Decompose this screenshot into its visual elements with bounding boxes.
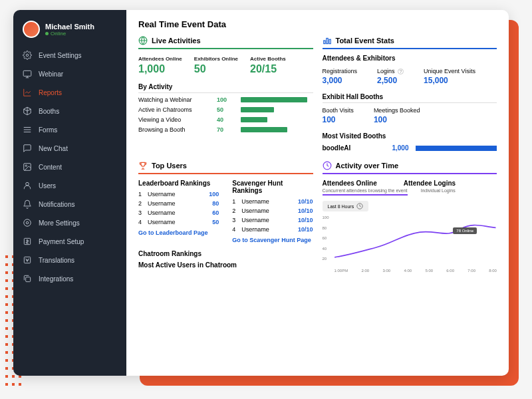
svg-point-5 [26,221,29,224]
nav-booths[interactable]: Booths [13,102,126,120]
svg-rect-12 [326,39,327,44]
live-stat: Exhibitors Online50 [194,56,238,75]
svg-rect-9 [26,277,31,282]
scavenger-title: Scavenger Hunt Rankings [232,180,313,194]
cube-icon [23,106,32,116]
bar-chart-icon [323,36,332,45]
profile-status: Online [45,31,94,37]
nav-translations[interactable]: Translations [13,251,126,269]
svg-rect-13 [329,39,330,43]
page-title: Real Time Event Data [138,19,497,29]
rank-row: 4Username10/10 [232,226,313,233]
trophy-icon [138,161,148,170]
svg-rect-1 [23,70,31,76]
booth-bar [416,146,497,151]
chatroom-subtitle: Most Active Users in Chatroom [138,261,313,269]
app-window: Michael Smith Online Event SettingsWebin… [13,10,509,376]
nav-payment-setup[interactable]: Payment Setup [13,232,126,251]
nav-forms[interactable]: Forms [13,120,126,139]
rank-row: 3Username60 [138,209,219,216]
nav-new-chat[interactable]: New Chat [13,139,126,158]
top-users-panel: Top Users Leaderboard Rankings 1Username… [138,161,313,273]
stats-title: Total Event Stats [336,37,394,45]
total-stats-panel: Total Event Stats Attendees & Exhibitors… [323,36,497,152]
clock-small-icon [356,203,363,209]
svg-point-4 [26,182,29,186]
profile[interactable]: Michael Smith Online [13,18,126,46]
leaderboard-link[interactable]: Go to Leaderboard Page [138,229,219,236]
attendee-logins-sub: Individual Logins [421,188,456,196]
activity-row: Watching a Webinar100 [138,96,313,103]
booth-row: boodleAI 1,000 [323,144,497,152]
users-title: Top Users [152,162,187,170]
activity-title: Activity over Time [336,162,399,170]
svg-rect-11 [323,41,325,44]
monitor-icon [23,69,32,78]
activity-row: Active in Chatrooms50 [138,106,313,113]
stat-block: Registrations3,000 [323,68,358,85]
attendees-online-title: Attendees Online [323,180,377,187]
main-content: Real Time Event Data Live Activities Att… [126,10,509,376]
avatar [23,21,40,38]
chart-icon [23,88,32,97]
lang-icon [23,255,32,265]
profile-name: Michael Smith [45,23,94,31]
svg-point-3 [25,165,27,166]
live-stat: Active Booths20/15 [250,56,286,75]
nav-users[interactable]: Users [13,176,126,195]
nav-content[interactable]: Content [13,158,126,176]
clock-icon [323,161,332,170]
attendees-title: Attendees & Exhibitors [323,55,497,64]
svg-point-0 [26,54,29,57]
dollar-icon [23,237,32,246]
gear2-icon [23,218,32,227]
activity-row: Viewing a Video40 [138,116,313,123]
chatroom-title: Chatroom Rankings [138,250,313,257]
stat-block: Meetings Booked100 [374,107,420,124]
line-chart: 10080604020 78 Online [323,215,497,269]
rank-row: 1Username100 [138,191,219,198]
chat-icon [23,144,32,153]
globe-icon [138,36,148,45]
attendees-online-sub: Concurrent attendees browsing the event [323,188,408,196]
stat-block: Booth Visits100 [323,107,354,124]
image-icon [23,162,32,172]
list-icon [23,125,32,134]
rank-row: 3Username10/10 [232,217,313,223]
time-filter[interactable]: Last 8 Hours [323,201,369,211]
attendee-logins-title: Attendee Logins [404,180,456,187]
bell-icon [23,200,32,209]
leaderboard-title: Leaderboard Rankings [138,180,219,187]
activity-time-panel: Activity over Time Attendees Online Atte… [323,161,497,273]
nav-notifications[interactable]: Notifications [13,195,126,213]
nav-integrations[interactable]: Integrations [13,269,126,288]
rank-row: 2Username10/10 [232,207,313,214]
chart-badge: 78 Online [453,227,477,234]
gear-icon [23,51,32,60]
stat-block: Logins ?2,500 [377,68,404,85]
copy-icon [23,274,32,283]
nav-webinar[interactable]: Webinar [13,65,126,83]
user-icon [23,181,32,190]
activity-row: Browsing a Booth70 [138,126,313,133]
nav-reports[interactable]: Reports [13,83,126,102]
booths-title: Exhibit Hall Booths [323,93,497,103]
rank-row: 1Username10/10 [232,198,313,205]
live-activities-panel: Live Activities Attendees Online1,000Exh… [138,36,313,152]
live-title: Live Activities [152,37,201,45]
nav-more-settings[interactable]: More Settings [13,213,126,232]
scavenger-link[interactable]: Go to Scavenger Hunt Page [232,237,313,243]
sidebar: Michael Smith Online Event SettingsWebin… [13,10,126,376]
rank-row: 2Username80 [138,200,219,207]
stat-block: Unique Event Visits15,000 [424,68,475,85]
most-visited-title: Most Visited Booths [323,132,497,142]
rank-row: 4Username50 [138,219,219,225]
svg-point-6 [24,219,31,227]
by-activity-title: By Activity [138,83,313,93]
nav-event-settings[interactable]: Event Settings [13,46,126,65]
live-stat: Attendees Online1,000 [138,56,182,75]
